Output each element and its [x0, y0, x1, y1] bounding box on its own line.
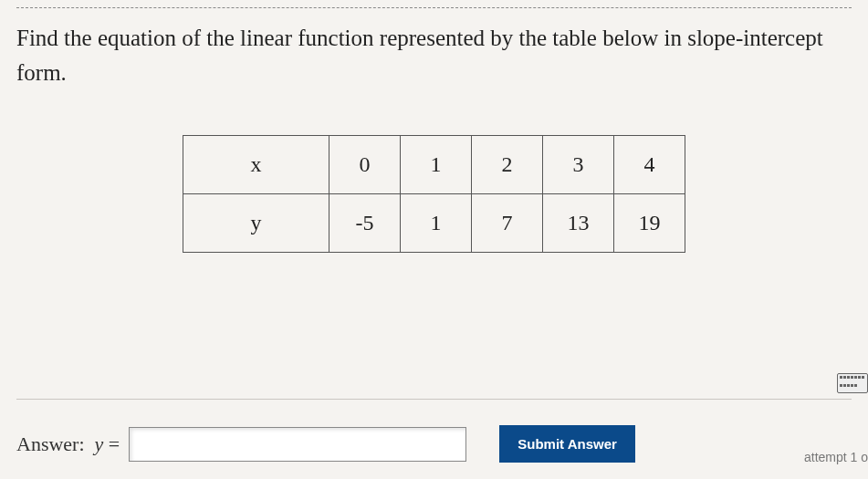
equals-sign: = [109, 432, 120, 455]
question-prompt: Find the equation of the linear function… [0, 8, 868, 99]
table-row: y -5 1 7 13 19 [183, 194, 685, 253]
cell-y-3: 13 [543, 194, 614, 253]
cell-x-3: 3 [543, 136, 614, 194]
submit-answer-button[interactable]: Submit Answer [499, 425, 635, 463]
table-row: x 0 1 2 3 4 [183, 136, 685, 194]
answer-row: Answer: y = Submit Answer [16, 425, 852, 463]
answer-input[interactable] [129, 427, 466, 462]
answer-variable: y [95, 432, 104, 455]
data-table-container: x 0 1 2 3 4 y -5 1 7 13 19 [0, 135, 868, 253]
keyboard-icon[interactable] [837, 373, 868, 393]
attempt-counter: attempt 1 o [804, 450, 868, 464]
cell-y-0: -5 [329, 194, 401, 253]
cell-y-2: 7 [472, 194, 543, 253]
cell-x-4: 4 [614, 136, 685, 194]
cell-y-1: 1 [401, 194, 472, 253]
cell-x-0: 0 [329, 136, 401, 194]
row-label-y: y [183, 194, 329, 253]
cell-x-1: 1 [401, 136, 472, 194]
row-label-x: x [183, 136, 329, 194]
answer-prefix: Answer: [16, 432, 85, 455]
answer-divider [16, 399, 852, 400]
cell-y-4: 19 [614, 194, 685, 253]
xy-table: x 0 1 2 3 4 y -5 1 7 13 19 [183, 135, 685, 253]
answer-area: Answer: y = Submit Answer attempt 1 o [0, 399, 868, 463]
answer-label: Answer: y = [16, 432, 120, 456]
cell-x-2: 2 [472, 136, 543, 194]
